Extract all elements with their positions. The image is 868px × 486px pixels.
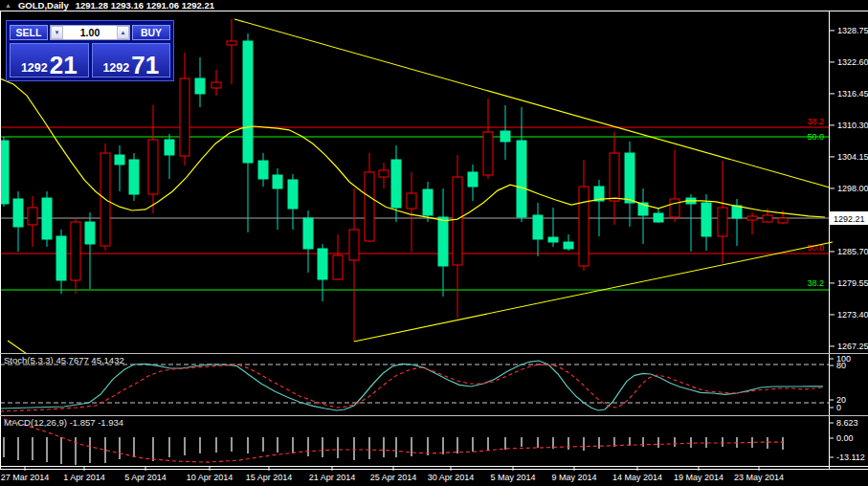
- candle-body: [501, 131, 510, 142]
- candle-body: [42, 198, 52, 239]
- candle-body: [211, 82, 221, 88]
- candle-body: [747, 216, 757, 220]
- candle-body: [273, 175, 282, 188]
- date-tick-label: 25 Apr 2014: [370, 473, 417, 482]
- date-tick-label: 19 May 2014: [674, 473, 723, 482]
- candle-body: [670, 199, 679, 217]
- price-tick-label: 1322.60: [837, 57, 868, 67]
- current-price-label: 1292.21: [834, 214, 865, 224]
- buy-price-big-figure: 1292: [102, 62, 129, 76]
- macd-tick-label: 0.00: [836, 433, 854, 443]
- candle-body: [438, 217, 448, 266]
- candle-body: [129, 160, 139, 194]
- candle-body: [258, 161, 268, 179]
- macd-tick-label: 8.623: [836, 418, 858, 428]
- stoch-tick-label: 80: [836, 361, 846, 370]
- candle-body: [379, 170, 389, 177]
- volume-decrease-button[interactable]: ▼: [51, 26, 63, 39]
- candle-body: [548, 237, 558, 242]
- candle-body: [718, 208, 727, 236]
- date-tick-label: 23 May 2014: [734, 473, 784, 482]
- collapse-triangle-icon[interactable]: ▲: [5, 2, 11, 9]
- date-tick-label: 1 Apr 2014: [63, 473, 105, 482]
- sell-price-button[interactable]: 1292 21: [10, 43, 89, 77]
- price-tick-label: 1304.15: [837, 152, 868, 162]
- candle-body: [303, 218, 313, 249]
- candle-body: [227, 41, 236, 45]
- price-tick-label: 1310.30: [837, 121, 868, 130]
- sell-price-big-figure: 1292: [21, 62, 48, 76]
- candle-body: [85, 222, 95, 244]
- date-tick-label: 5 Apr 2014: [124, 473, 167, 482]
- volume-input[interactable]: 1.00: [63, 26, 117, 39]
- macd-indicator-label: MACD(12,26,9) -1.857 -1.934: [4, 417, 123, 428]
- price-tick-label: 1316.45: [837, 89, 868, 99]
- date-tick-label: 27 Mar 2014: [1, 473, 50, 482]
- price-tick-label: 1328.75: [837, 26, 868, 35]
- candle-body: [349, 230, 359, 260]
- candle-body: [28, 208, 37, 225]
- price-tick-label: 1279.55: [837, 278, 868, 288]
- candle-body: [391, 160, 401, 208]
- candle-body: [517, 141, 526, 217]
- symbol-period-label: GOLD,Daily: [18, 0, 69, 11]
- date-tick-label: 21 Apr 2014: [309, 473, 356, 482]
- candle-body: [288, 180, 298, 209]
- candle-body: [778, 218, 788, 223]
- volume-stepper: ▼ 1.00 ▲: [50, 25, 130, 40]
- candle-body: [243, 41, 253, 163]
- macd-tick-label: -13.112: [836, 453, 865, 462]
- buy-price-button[interactable]: 1292 71: [92, 43, 171, 77]
- candle-body: [483, 132, 493, 175]
- fib-level-label: 38.2: [807, 117, 824, 126]
- date-tick-label: 9 May 2014: [551, 473, 596, 482]
- buy-price-pips: 71: [131, 55, 159, 76]
- stoch-indicator-label: Stoch(5,3,3) 45.7677 45.1432: [4, 355, 124, 365]
- candle-body: [318, 249, 327, 279]
- candle-body: [148, 140, 158, 194]
- sell-price-pips: 21: [50, 55, 78, 76]
- candle-body: [654, 213, 663, 222]
- fib-level-label: 38.2: [807, 278, 824, 288]
- candle-body: [71, 222, 80, 280]
- trendline[interactable]: [8, 341, 27, 354]
- price-tick-label: 1273.40: [837, 310, 868, 320]
- fib-level-label: 50.0: [807, 132, 824, 142]
- candle-body: [625, 153, 634, 203]
- trendline[interactable]: [234, 19, 830, 188]
- date-tick-label: 14 May 2014: [612, 473, 662, 482]
- price-tick-label: 1298.00: [837, 184, 868, 193]
- candle-body: [407, 193, 416, 209]
- candle-body: [453, 177, 462, 265]
- candle-body: [564, 242, 573, 249]
- candle-body: [165, 140, 174, 155]
- candle-body: [365, 172, 374, 241]
- candle-body: [13, 199, 23, 227]
- mt4-chart-window: ▲ GOLD,Daily 1291.28 1293.16 1291.06 129…: [0, 0, 868, 486]
- stoch-tick-label: 0: [836, 403, 841, 412]
- chart-title-bar: ▲ GOLD,Daily 1291.28 1293.16 1291.06 129…: [0, 0, 214, 11]
- price-tick-label: 1267.25: [837, 342, 868, 351]
- ohlc-quotes-label: 1291.28 1293.16 1291.06 1292.21: [76, 0, 214, 11]
- candle-body: [180, 78, 189, 156]
- date-tick-label: 5 May 2014: [490, 473, 535, 482]
- candle-body: [610, 153, 619, 201]
- candle-body: [115, 155, 124, 165]
- candle-body: [763, 215, 772, 222]
- buy-button[interactable]: BUY: [132, 25, 170, 40]
- stoch-signal-line: [0, 364, 825, 411]
- candle-body: [732, 206, 742, 218]
- candle-body: [701, 203, 711, 236]
- date-tick-label: 10 Apr 2014: [187, 473, 234, 482]
- candle-body: [579, 187, 589, 266]
- trendline[interactable]: [354, 242, 833, 342]
- candle-body: [533, 215, 543, 239]
- candle-body: [56, 236, 66, 280]
- volume-increase-button[interactable]: ▲: [117, 26, 129, 39]
- candle-body: [423, 189, 433, 215]
- candle-body: [0, 141, 9, 204]
- price-tick-label: 1285.70: [837, 247, 868, 256]
- date-tick-label: 30 Apr 2014: [428, 473, 475, 482]
- candle-body: [195, 78, 205, 94]
- sell-button[interactable]: SELL: [10, 25, 48, 40]
